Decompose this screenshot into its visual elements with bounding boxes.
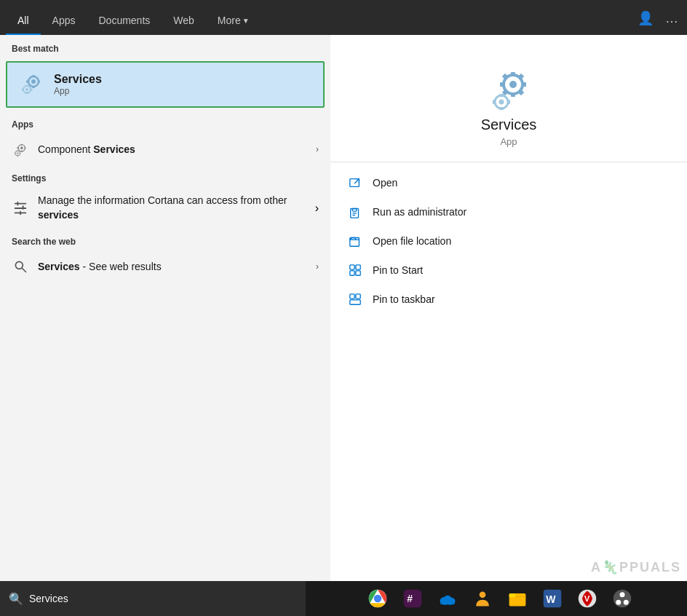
svg-rect-22 (15, 152, 15, 154)
explorer-taskbar-icon[interactable] (501, 583, 533, 615)
tab-web[interactable]: Web (162, 7, 206, 35)
svg-rect-11 (31, 89, 33, 91)
best-match-item[interactable]: Services App (6, 61, 325, 108)
nav-tabs: All Apps Documents Web More ▼ 👤 … (0, 0, 687, 35)
taskbar-search[interactable]: 🔍 Services (0, 581, 306, 616)
search-icon (12, 258, 29, 275)
pin-start-label: Pin to Start (373, 264, 423, 276)
svg-rect-37 (522, 82, 526, 87)
people-taskbar-icon[interactable] (466, 583, 499, 615)
svg-text:W: W (546, 593, 556, 605)
component-services-label: Component Services (38, 143, 307, 155)
svg-point-7 (25, 88, 28, 91)
tab-documents[interactable]: Documents (87, 7, 162, 35)
svg-rect-34 (511, 72, 515, 76)
tab-more[interactable]: More ▼ (206, 7, 261, 35)
svg-rect-47 (507, 100, 510, 104)
taskbar-search-text: Services (29, 593, 68, 604)
svg-rect-45 (499, 107, 504, 110)
svg-rect-14 (21, 144, 23, 146)
svg-rect-17 (25, 147, 26, 149)
svg-point-80 (620, 592, 625, 597)
svg-point-82 (624, 600, 629, 605)
svg-rect-55 (350, 265, 354, 269)
tab-all[interactable]: All (6, 7, 41, 35)
web-search-label: Services - See web results (38, 261, 307, 272)
more-options-icon[interactable]: … (662, 8, 681, 29)
word-taskbar-icon[interactable]: W (536, 583, 568, 615)
best-match-title: Services (54, 73, 102, 86)
svg-rect-60 (356, 294, 360, 299)
slack-taskbar-icon[interactable]: # (397, 583, 429, 615)
cortana-settings-item[interactable]: Manage the information Cortana can acces… (0, 188, 330, 228)
cortana-icon (12, 200, 29, 217)
settings-section-label: Settings (0, 165, 330, 188)
svg-rect-71 (440, 601, 454, 604)
run-admin-label: Run as administrator (373, 206, 466, 218)
best-match-text: Services App (54, 73, 102, 96)
svg-rect-20 (17, 150, 18, 151)
svg-rect-27 (17, 201, 18, 205)
open-location-action[interactable]: Open file location (330, 226, 687, 256)
svg-rect-16 (17, 147, 18, 149)
pin-taskbar-label: Pin to taskbar (373, 293, 435, 305)
right-top: Services App (330, 35, 687, 162)
svg-rect-35 (511, 92, 515, 97)
svg-rect-15 (21, 151, 23, 152)
person-icon[interactable]: 👤 (635, 7, 656, 29)
web-section-label: Search the web (0, 228, 330, 251)
svg-rect-51 (352, 209, 356, 212)
right-actions: Open Run as administrator (330, 162, 687, 320)
svg-rect-2 (33, 75, 35, 77)
onedrive-taskbar-icon[interactable] (432, 583, 464, 615)
svg-rect-21 (17, 156, 18, 157)
left-panel: Best match (0, 35, 330, 581)
pin-start-icon (348, 263, 362, 277)
svg-rect-8 (26, 85, 28, 87)
svg-rect-5 (38, 81, 40, 83)
run-admin-action[interactable]: Run as administrator (330, 197, 687, 226)
misc-taskbar-icon[interactable] (606, 583, 638, 615)
svg-rect-46 (493, 100, 496, 104)
svg-rect-28 (23, 205, 24, 210)
svg-point-19 (17, 152, 19, 154)
svg-point-33 (509, 81, 517, 88)
pin-taskbar-action[interactable]: Pin to taskbar (330, 285, 687, 314)
web-search-item[interactable]: Services - See web results › (0, 251, 330, 282)
svg-point-81 (616, 600, 621, 605)
svg-point-72 (480, 591, 486, 598)
right-app-type: App (500, 136, 517, 147)
cortana-settings-label: Manage the information Cortana can acces… (38, 194, 306, 222)
pin-taskbar-icon (348, 292, 362, 307)
svg-point-13 (20, 146, 23, 149)
svg-line-49 (354, 179, 359, 183)
taskbar: 🔍 Services # (0, 581, 687, 616)
svg-rect-36 (500, 82, 504, 87)
svg-rect-4 (26, 81, 28, 83)
right-panel: Services App Open (330, 35, 687, 581)
svg-rect-74 (509, 593, 516, 597)
svg-rect-25 (15, 208, 27, 209)
svg-point-1 (31, 79, 36, 84)
open-icon (348, 175, 362, 190)
watermark: A🦎PPUALS (591, 559, 681, 575)
admin-icon (348, 205, 362, 219)
folder-icon (348, 234, 362, 248)
component-services-item[interactable]: Component Services › (0, 134, 330, 165)
pin-start-action[interactable]: Pin to Start (330, 256, 687, 285)
open-action[interactable]: Open (330, 168, 687, 197)
svg-point-64 (375, 596, 381, 602)
services-app-icon (16, 70, 45, 99)
best-match-label: Best match (0, 35, 330, 58)
services-large-icon (483, 64, 535, 117)
chevron-right-icon: › (316, 144, 319, 154)
svg-text:V: V (584, 594, 590, 603)
svg-rect-44 (499, 94, 504, 97)
chrome-taskbar-icon[interactable] (362, 583, 394, 615)
tab-apps[interactable]: Apps (41, 7, 87, 35)
antivirus-taskbar-icon[interactable]: V (571, 583, 603, 615)
apps-section-label: Apps (0, 111, 330, 134)
chevron-right-icon-2: › (315, 202, 319, 215)
taskbar-icons: # (306, 583, 687, 615)
chevron-down-icon: ▼ (242, 17, 250, 25)
